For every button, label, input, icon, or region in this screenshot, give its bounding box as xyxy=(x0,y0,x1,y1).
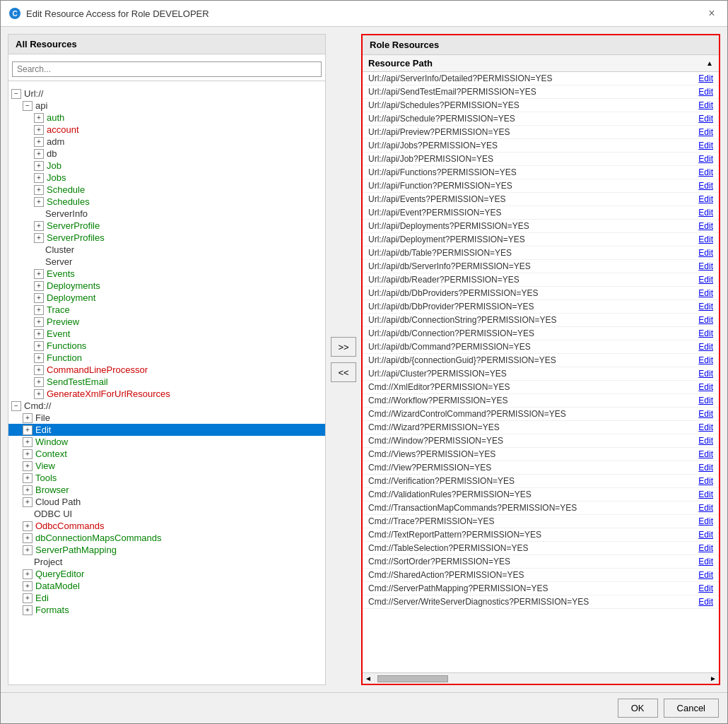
edit-link[interactable]: Edit xyxy=(698,194,713,204)
tree-node-DataModel[interactable]: +DataModel xyxy=(8,580,325,592)
expand-icon-CommandLineProcessor[interactable]: + xyxy=(34,365,44,375)
tree-node-ServerProfiles[interactable]: +ServerProfiles xyxy=(8,232,325,244)
edit-link[interactable]: Edit xyxy=(698,221,713,231)
expand-icon-Edi[interactable]: + xyxy=(23,593,33,603)
tree-node-Deployments[interactable]: +Deployments xyxy=(8,280,325,292)
edit-link[interactable]: Edit xyxy=(698,463,713,473)
edit-link[interactable]: Edit xyxy=(698,342,713,352)
expand-icon-SendTestEmail[interactable]: + xyxy=(34,377,44,387)
expand-icon-Schedules[interactable]: + xyxy=(34,197,44,207)
horizontal-scrollbar[interactable]: ◄ ► xyxy=(363,672,719,684)
edit-link[interactable]: Edit xyxy=(698,302,713,311)
edit-link[interactable]: Edit xyxy=(698,396,713,405)
expand-icon-db[interactable]: + xyxy=(34,149,44,159)
tree-node-Formats[interactable]: +Formats xyxy=(8,604,325,616)
edit-link[interactable]: Edit xyxy=(698,489,713,499)
close-button[interactable]: × xyxy=(705,6,719,20)
edit-link[interactable]: Edit xyxy=(698,476,713,486)
tree-node-ServerProfile[interactable]: +ServerProfile xyxy=(8,220,325,232)
edit-link[interactable]: Edit xyxy=(698,141,713,150)
expand-icon-ServerProfiles[interactable]: + xyxy=(34,233,44,243)
edit-link[interactable]: Edit xyxy=(698,181,713,191)
expand-icon-Formats[interactable]: + xyxy=(23,605,33,615)
tree-node-Function[interactable]: +Function xyxy=(8,352,325,364)
tree-node-account[interactable]: +account xyxy=(8,124,325,136)
tree-node-Tools[interactable]: +Tools xyxy=(8,472,325,484)
expand-icon-Event[interactable]: + xyxy=(34,329,44,339)
tree-node-api[interactable]: −api xyxy=(8,100,325,112)
tree-node-View[interactable]: +View xyxy=(8,460,325,472)
tree-node-url_root[interactable]: −Url:// xyxy=(8,88,325,100)
expand-icon-Deployments[interactable]: + xyxy=(34,281,44,291)
tree-node-CloudPath[interactable]: +Cloud Path xyxy=(8,496,325,508)
tree-node-ODBCUI[interactable]: ODBC UI xyxy=(8,508,325,520)
edit-link[interactable]: Edit xyxy=(698,73,713,83)
expand-icon-ServerProfile[interactable]: + xyxy=(34,221,44,231)
tree-node-Preview[interactable]: +Preview xyxy=(8,316,325,328)
expand-icon-Browser[interactable]: + xyxy=(23,485,33,495)
edit-link[interactable]: Edit xyxy=(698,100,713,110)
tree-node-Events[interactable]: +Events xyxy=(8,268,325,280)
edit-link[interactable]: Edit xyxy=(698,167,713,177)
backward-button[interactable]: << xyxy=(331,362,356,382)
edit-link[interactable]: Edit xyxy=(698,436,713,446)
tree-node-Window[interactable]: +Window xyxy=(8,436,325,448)
expand-icon-Deployment[interactable]: + xyxy=(34,293,44,303)
tree-node-Event[interactable]: +Event xyxy=(8,328,325,340)
edit-link[interactable]: Edit xyxy=(698,583,713,593)
forward-button[interactable]: >> xyxy=(331,337,356,357)
expand-icon-Job[interactable]: + xyxy=(34,161,44,171)
tree-node-CommandLineProcessor[interactable]: +CommandLineProcessor xyxy=(8,364,325,376)
expand-icon-dbConnectionMapsCommands[interactable]: + xyxy=(23,533,33,543)
tree-node-cmd_root[interactable]: −Cmd:// xyxy=(8,400,325,412)
edit-link[interactable]: Edit xyxy=(698,382,713,392)
expand-icon-ServerPathMapping[interactable]: + xyxy=(23,545,33,555)
expand-icon-Events[interactable]: + xyxy=(34,269,44,279)
edit-link[interactable]: Edit xyxy=(698,597,713,607)
expand-icon-Trace[interactable]: + xyxy=(34,305,44,315)
edit-link[interactable]: Edit xyxy=(698,154,713,164)
expand-icon-Jobs[interactable]: + xyxy=(34,173,44,183)
search-input[interactable] xyxy=(12,61,322,77)
expand-icon-Edit[interactable]: + xyxy=(23,425,33,435)
expand-icon-File[interactable]: + xyxy=(23,413,33,423)
tree-node-GenerateXmlForUrlResources[interactable]: +GenerateXmlForUrlResources xyxy=(8,388,325,400)
expand-icon-url_root[interactable]: − xyxy=(11,89,21,99)
tree-node-Server[interactable]: Server xyxy=(8,256,325,268)
tree-node-Schedules[interactable]: +Schedules xyxy=(8,196,325,208)
edit-link[interactable]: Edit xyxy=(698,557,713,566)
edit-link[interactable]: Edit xyxy=(698,543,713,553)
tree-node-Edi[interactable]: +Edi xyxy=(8,592,325,604)
tree-node-Context[interactable]: +Context xyxy=(8,448,325,460)
tree-node-Schedule[interactable]: +Schedule xyxy=(8,184,325,196)
scroll-up-icon[interactable]: ▲ xyxy=(706,59,713,67)
expand-icon-Schedule[interactable]: + xyxy=(34,185,44,195)
edit-link[interactable]: Edit xyxy=(698,275,713,285)
h-scroll-thumb[interactable] xyxy=(377,675,448,682)
tree-node-QueryEditor[interactable]: +QueryEditor xyxy=(8,568,325,580)
edit-link[interactable]: Edit xyxy=(698,503,713,513)
edit-link[interactable]: Edit xyxy=(698,530,713,540)
tree-node-Cluster[interactable]: Cluster xyxy=(8,244,325,256)
tree-node-db[interactable]: +db xyxy=(8,148,325,160)
tree-node-Edit[interactable]: +Edit xyxy=(8,424,325,436)
edit-link[interactable]: Edit xyxy=(698,315,713,325)
edit-link[interactable]: Edit xyxy=(698,261,713,271)
expand-icon-GenerateXmlForUrlResources[interactable]: + xyxy=(34,389,44,399)
expand-icon-Context[interactable]: + xyxy=(23,449,33,459)
expand-icon-account[interactable]: + xyxy=(34,125,44,135)
expand-icon-QueryEditor[interactable]: + xyxy=(23,569,33,579)
edit-link[interactable]: Edit xyxy=(698,328,713,338)
edit-link[interactable]: Edit xyxy=(698,570,713,580)
tree-node-SendTestEmail[interactable]: +SendTestEmail xyxy=(8,376,325,388)
edit-link[interactable]: Edit xyxy=(698,235,713,244)
expand-icon-api[interactable]: − xyxy=(23,101,33,111)
edit-link[interactable]: Edit xyxy=(698,355,713,365)
edit-link[interactable]: Edit xyxy=(698,248,713,258)
resources-scroll-area[interactable]: Url://api/ServerInfo/Detailed?PERMISSION… xyxy=(363,72,719,672)
tree-node-Deployment[interactable]: +Deployment xyxy=(8,292,325,304)
expand-icon-Function[interactable]: + xyxy=(34,353,44,363)
edit-link[interactable]: Edit xyxy=(698,449,713,459)
tree-node-auth[interactable]: +auth xyxy=(8,112,325,124)
ok-button[interactable]: OK xyxy=(618,699,658,718)
